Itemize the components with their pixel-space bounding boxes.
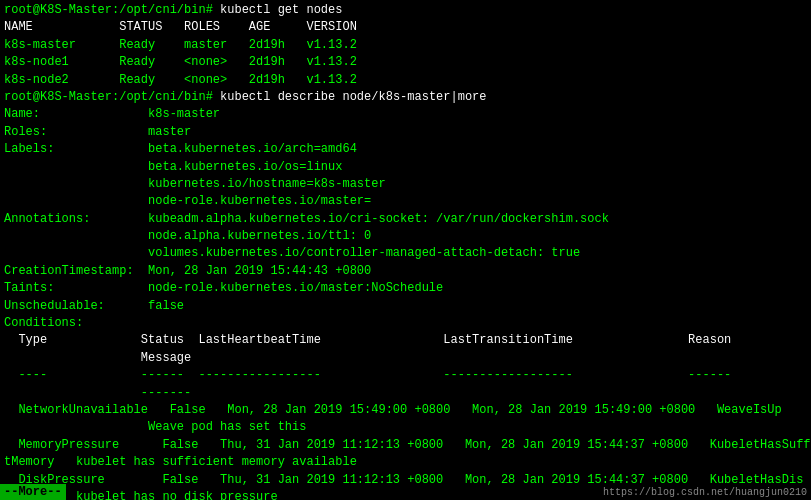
line-23: NetworkUnavailable False Mon, 28 Jan 201…: [4, 402, 807, 419]
line-19: Type Status LastHeartbeatTime LastTransi…: [4, 332, 807, 349]
cmd-0: kubectl get nodes: [220, 3, 342, 17]
line-2: k8s-master Ready master 2d19h v1.13.2: [4, 37, 807, 54]
line-6: Name: k8s-master: [4, 106, 807, 123]
line-16: Taints: node-role.kubernetes.io/master:N…: [4, 280, 807, 297]
more-bar[interactable]: --More--: [0, 484, 66, 500]
watermark: https://blog.csdn.net/huangjun0210: [603, 487, 807, 498]
line-18: Conditions:: [4, 315, 807, 332]
line-8: Labels: beta.kubernetes.io/arch=amd64: [4, 141, 807, 158]
terminal: root@K8S-Master:/opt/cni/bin# kubectl ge…: [0, 0, 811, 500]
cmd-1: kubectl describe node/k8s-master|more: [220, 90, 486, 104]
line-21: ---- ------ ----------------- ----------…: [4, 367, 807, 384]
line-24: Weave pod has set this: [4, 419, 807, 436]
line-11: node-role.kubernetes.io/master=: [4, 193, 807, 210]
line-26: tMemory kubelet has sufficient memory av…: [4, 454, 807, 471]
line-3: k8s-node1 Ready <none> 2d19h v1.13.2: [4, 54, 807, 71]
line-9: beta.kubernetes.io/os=linux: [4, 159, 807, 176]
line-13: node.alpha.kubernetes.io/ttl: 0: [4, 228, 807, 245]
line-12: Annotations: kubeadm.alpha.kubernetes.io…: [4, 211, 807, 228]
line-22: -------: [4, 385, 807, 402]
prompt-1: root@K8S-Master:/opt/cni/bin#: [4, 90, 220, 104]
line-1: NAME STATUS ROLES AGE VERSION: [4, 19, 807, 36]
line-25: MemoryPressure False Thu, 31 Jan 2019 11…: [4, 437, 807, 454]
line-5: root@K8S-Master:/opt/cni/bin# kubectl de…: [4, 89, 807, 106]
line-15: CreationTimestamp: Mon, 28 Jan 2019 15:4…: [4, 263, 807, 280]
line-20: Message: [4, 350, 807, 367]
line-4: k8s-node2 Ready <none> 2d19h v1.13.2: [4, 72, 807, 89]
line-7: Roles: master: [4, 124, 807, 141]
line-0: root@K8S-Master:/opt/cni/bin# kubectl ge…: [4, 2, 807, 19]
line-14: volumes.kubernetes.io/controller-managed…: [4, 245, 807, 262]
prompt-0: root@K8S-Master:/opt/cni/bin#: [4, 3, 220, 17]
line-17: Unschedulable: false: [4, 298, 807, 315]
line-10: kubernetes.io/hostname=k8s-master: [4, 176, 807, 193]
